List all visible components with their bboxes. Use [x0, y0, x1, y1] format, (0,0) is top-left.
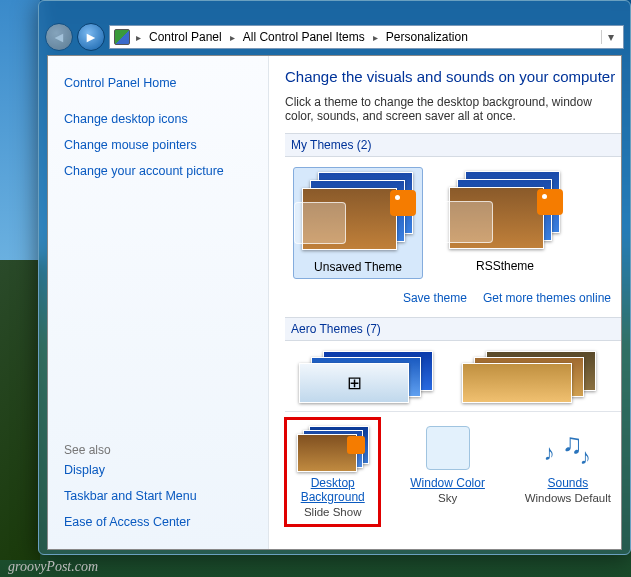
personalization-window: ◄ ► ▸ Control Panel ▸ All Control Panel … — [38, 0, 631, 555]
window-color-link[interactable]: Window Color — [410, 476, 485, 490]
my-themes-header: My Themes (2) — [285, 133, 621, 157]
sidebar-display-link[interactable]: Display — [64, 463, 252, 477]
theme-rsstheme[interactable]: RSStheme — [441, 167, 569, 279]
aero-theme-item[interactable]: ⊞ — [293, 351, 450, 401]
theme-preview — [445, 171, 565, 253]
save-theme-link[interactable]: Save theme — [403, 291, 467, 305]
sounds-link[interactable]: Sounds — [548, 476, 589, 490]
navigation-toolbar: ◄ ► ▸ Control Panel ▸ All Control Panel … — [39, 21, 630, 53]
windows-logo-icon: ⊞ — [347, 372, 362, 394]
window-content: Control Panel Home Change desktop icons … — [47, 55, 622, 550]
desktop-background-value: Slide Show — [293, 506, 372, 518]
sounds-value: Windows Default — [523, 492, 613, 504]
watermark: groovyPost.com — [8, 559, 98, 575]
sidebar-account-picture-link[interactable]: Change your account picture — [64, 164, 252, 178]
rss-icon — [347, 436, 365, 454]
sidebar-taskbar-link[interactable]: Taskbar and Start Menu — [64, 489, 252, 503]
theme-preview — [298, 172, 418, 254]
arrow-left-icon: ◄ — [52, 29, 66, 45]
sidebar: Control Panel Home Change desktop icons … — [48, 56, 268, 549]
control-panel-icon — [114, 29, 130, 45]
sidebar-desktop-icons-link[interactable]: Change desktop icons — [64, 112, 252, 126]
window-color-icon — [426, 426, 470, 470]
desktop-background-link[interactable]: Desktop Background — [301, 476, 365, 504]
settings-row: Desktop Background Slide Show Window Col… — [285, 411, 621, 532]
chevron-right-icon[interactable]: ▸ — [371, 32, 380, 43]
window-glass-icon — [441, 201, 493, 243]
aero-themes-row: ⊞ — [285, 341, 621, 411]
nav-forward-button[interactable]: ► — [77, 23, 105, 51]
page-title: Change the visuals and sounds on your co… — [285, 68, 621, 85]
theme-actions: Save theme Get more themes online — [285, 287, 621, 317]
breadcrumb-all-items[interactable]: All Control Panel Items — [241, 30, 367, 44]
window-titlebar[interactable] — [39, 1, 630, 21]
address-dropdown-icon[interactable]: ▾ — [601, 30, 619, 44]
wallpaper-mountain — [0, 260, 40, 560]
desktop-background-button[interactable]: Desktop Background Slide Show — [284, 417, 381, 527]
desktop-background-icon — [297, 426, 369, 470]
sounds-icon: ♪ ♫ ♪ — [538, 426, 598, 470]
chevron-right-icon[interactable]: ▸ — [228, 32, 237, 43]
see-also-heading: See also — [64, 431, 252, 457]
sidebar-mouse-pointers-link[interactable]: Change mouse pointers — [64, 138, 252, 152]
sidebar-ease-of-access-link[interactable]: Ease of Access Center — [64, 515, 252, 529]
aero-theme-item[interactable] — [456, 351, 613, 401]
arrow-right-icon: ► — [84, 29, 98, 45]
aero-themes-header: Aero Themes (7) — [285, 317, 621, 341]
main-panel: Change the visuals and sounds on your co… — [268, 56, 621, 549]
get-more-themes-link[interactable]: Get more themes online — [483, 291, 611, 305]
wallpaper-sky — [0, 0, 40, 260]
page-description: Click a theme to change the desktop back… — [285, 95, 621, 123]
chevron-right-icon[interactable]: ▸ — [134, 32, 143, 43]
sounds-button[interactable]: ♪ ♫ ♪ Sounds Windows Default — [523, 426, 613, 518]
my-themes-row: Unsaved Theme RSStheme — [285, 157, 621, 287]
window-glass-icon — [294, 202, 346, 244]
rss-icon — [390, 190, 416, 216]
window-color-button[interactable]: Window Color Sky — [402, 426, 492, 518]
window-color-value: Sky — [402, 492, 492, 504]
theme-label: RSStheme — [445, 259, 565, 273]
address-bar[interactable]: ▸ Control Panel ▸ All Control Panel Item… — [109, 25, 624, 49]
theme-label: Unsaved Theme — [298, 260, 418, 274]
sidebar-home-link[interactable]: Control Panel Home — [64, 76, 252, 90]
nav-back-button[interactable]: ◄ — [45, 23, 73, 51]
theme-unsaved[interactable]: Unsaved Theme — [293, 167, 423, 279]
rss-icon — [537, 189, 563, 215]
breadcrumb-control-panel[interactable]: Control Panel — [147, 30, 224, 44]
breadcrumb-personalization[interactable]: Personalization — [384, 30, 470, 44]
